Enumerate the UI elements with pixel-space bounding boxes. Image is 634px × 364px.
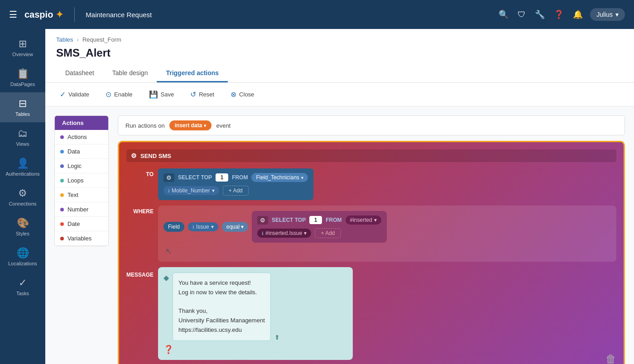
message-content[interactable]: You have a service request! Log in now t… [173, 273, 271, 341]
user-menu[interactable]: Julius ▾ [590, 8, 625, 21]
message-text: You have a service request! Log in now t… [178, 279, 265, 333]
inner-select-block: ⚙ SELECT TOP 1 FROM #inserted ▾ [252, 211, 387, 243]
localizations-icon: 🌐 [17, 247, 29, 259]
action-item-variables[interactable]: Variables [55, 231, 108, 246]
issue-field-name: Issue [196, 224, 209, 230]
close-button[interactable]: ⊗ Close [227, 88, 258, 101]
field-chip-label: Field [168, 224, 180, 230]
sidebar-item-label: Styles [16, 231, 29, 236]
gear-icon[interactable]: ⚙ [131, 152, 137, 159]
views-icon: 🗂 [18, 128, 28, 139]
datapages-icon: 📋 [17, 68, 29, 80]
trash-icon[interactable]: 🗑 [605, 353, 616, 364]
sidebar-item-label: Localizations [8, 261, 37, 266]
action-dot [60, 222, 64, 226]
logo-text: caspio [24, 10, 53, 20]
action-item-data[interactable]: Data [55, 144, 108, 159]
sidebar-item-localizations[interactable]: 🌐 Localizations [0, 242, 45, 272]
inner-gear-button[interactable]: ⚙ [257, 216, 268, 225]
sidebar: ⊞ Overview 📋 DataPages ⊟ Tables 🗂 Views … [0, 29, 45, 364]
sidebar-item-label: Authentications [5, 171, 39, 177]
message-bullet: ◆ [163, 273, 169, 282]
breadcrumb: Tables › Request_Form [56, 36, 623, 43]
issue-field-badge[interactable]: ℹ Issue ▾ [188, 222, 218, 231]
styles-icon: 🎨 [17, 217, 29, 229]
validate-button[interactable]: ✓ Validate [56, 88, 93, 101]
event-badge[interactable]: insert data ▾ [169, 120, 212, 130]
save-button[interactable]: 💾 Save [145, 88, 178, 101]
sidebar-item-datapages[interactable]: 📋 DataPages [0, 62, 45, 92]
search-icon[interactable]: 🔍 [499, 10, 509, 19]
toolbar: ✓ Validate ⊙ Enable 💾 Save ↺ Reset ⊗ Clo… [45, 83, 634, 106]
sidebar-item-label: Tasks [16, 291, 29, 296]
actions-panel: Actions Actions Data Logic Loops [54, 115, 109, 246]
select-gear-button[interactable]: ⚙ [163, 173, 174, 182]
action-item-logic[interactable]: Logic [55, 159, 108, 173]
tab-triggered-actions[interactable]: Triggered actions [157, 65, 228, 82]
action-item-text[interactable]: Text [55, 188, 108, 202]
inner-add-button[interactable]: + Add [315, 228, 341, 238]
event-dropdown-icon: ▾ [204, 123, 206, 128]
help-icon[interactable]: ❓ [163, 345, 173, 354]
tab-table-design[interactable]: Table design [103, 65, 157, 82]
select-label: SELECT TOP [178, 174, 212, 181]
inner-select-label: SELECT TOP [272, 217, 306, 223]
action-item-number[interactable]: Number [55, 202, 108, 217]
enable-icon: ⊙ [106, 90, 111, 99]
to-content: ⚙ SELECT TOP 1 FROM Field_Technicians ▾ [158, 168, 313, 200]
send-sms-header: ⚙ SEND SMS [126, 149, 616, 162]
action-item-loops[interactable]: Loops [55, 173, 108, 188]
bell-icon[interactable]: 🔔 [573, 10, 583, 19]
inner-table-badge[interactable]: #inserted ▾ [346, 216, 381, 225]
mobile-field-badge[interactable]: ℹ Mobile_Number ▾ [163, 186, 219, 195]
operator-label: equal [226, 224, 240, 230]
field-row: ℹ Mobile_Number ▾ + Add [163, 186, 308, 196]
logo: caspio ✦ [24, 9, 63, 20]
sidebar-item-authentications[interactable]: 👤 Authentications [0, 152, 45, 182]
operator-chip[interactable]: equal ▾ [222, 222, 248, 232]
user-chevron-icon: ▾ [615, 11, 619, 18]
sidebar-item-overview[interactable]: ⊞ Overview [0, 33, 45, 62]
run-actions-label: Run actions on [125, 122, 165, 129]
enable-label: Enable [114, 91, 132, 98]
breadcrumb-tables[interactable]: Tables [56, 36, 73, 43]
table-badge[interactable]: Field_Technicians ▾ [251, 173, 307, 182]
inner-select-row: ⚙ SELECT TOP 1 FROM #inserted ▾ [257, 216, 381, 225]
sidebar-item-tasks[interactable]: ✓ Tasks [0, 272, 45, 302]
validate-label: Validate [68, 91, 89, 98]
mobile-field-name: Mobile_Number [172, 187, 210, 194]
inner-select-number: 1 [309, 216, 322, 224]
reset-icon: ↺ [190, 90, 196, 99]
table-dropdown-icon: ▾ [301, 175, 303, 180]
sidebar-item-styles[interactable]: 🎨 Styles [0, 212, 45, 242]
sidebar-item-label: DataPages [10, 81, 35, 87]
save-label: Save [161, 91, 174, 98]
close-icon: ⊗ [231, 90, 236, 99]
action-dot [60, 208, 64, 211]
tab-datasheet[interactable]: Datasheet [56, 65, 103, 82]
shield-icon[interactable]: 🛡 [518, 10, 526, 19]
help-icon[interactable]: ❓ [554, 10, 564, 19]
inner-field-badge[interactable]: ℹ #inserted.Issue ▾ [257, 229, 311, 238]
inner-field-row: ℹ #inserted.Issue ▾ + Add [257, 228, 381, 238]
menu-icon[interactable]: ☰ [9, 9, 17, 20]
action-item-date[interactable]: Date [55, 217, 108, 231]
sidebar-item-connections[interactable]: ⚙ Connections [0, 182, 45, 212]
wrench-icon[interactable]: 🔧 [535, 10, 545, 19]
sidebar-item-views[interactable]: 🗂 Views [0, 122, 45, 152]
action-item-actions[interactable]: Actions [55, 130, 108, 144]
validate-icon: ✓ [60, 90, 66, 99]
field-chip[interactable]: Field [163, 222, 184, 232]
sidebar-item-tables[interactable]: ⊟ Tables [0, 92, 45, 122]
action-dot [60, 135, 64, 139]
where-label: WHERE [126, 206, 154, 215]
inner-from-label: FROM [326, 217, 341, 223]
save-icon: 💾 [149, 90, 158, 99]
action-dot [60, 164, 64, 168]
reset-button[interactable]: ↺ Reset [187, 88, 218, 101]
nav-divider [74, 7, 75, 22]
enable-button[interactable]: ⊙ Enable [102, 88, 136, 101]
select-number: 1 [216, 173, 228, 182]
add-field-button[interactable]: + Add [223, 186, 249, 196]
overview-icon: ⊞ [19, 38, 27, 50]
